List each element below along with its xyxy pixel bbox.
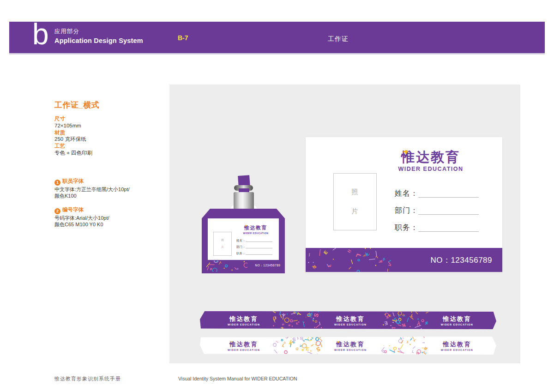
svg-text:O: O [295,347,299,351]
svg-text:≠: ≠ [400,323,408,327]
svg-text:E: E [281,323,284,326]
svg-text:≠: ≠ [311,264,319,270]
spec-value: 72×105mm [54,122,92,129]
font-note-title: 1职员字体 [54,178,130,186]
svg-text:∫: ∫ [275,341,279,344]
font-note: 1职员字体 中文字体:方正兰亭细黑/大小10pt/ 颜色K100 [54,178,130,199]
photo-placeholder-small: 照 片 [213,232,232,256]
badge-number: NO：123456789 [430,255,492,265]
logo-zh: 惟达教育 [443,341,471,348]
svg-text:≠: ≠ [425,320,428,326]
field-row-position: 职务： [236,249,272,256]
logo-en: WIDER EDUCATION [396,166,465,172]
svg-text:L: L [362,253,367,257]
svg-text:k: k [280,326,284,329]
svg-text:L: L [385,311,388,313]
badge-fields-small: 姓名： 部门： 职务： [236,236,272,256]
header-bar: b 应用部分 Application Design System B-7 工作证 [9,22,545,54]
logo-en: WIDER EDUCATION [441,323,473,326]
font-note-line: 颜色K100 [54,193,130,199]
svg-text:O: O [314,320,317,323]
photo-char: 照 [352,188,359,196]
svg-text:L: L [326,264,332,267]
photo-placeholder: 照 片 [333,173,377,230]
brand-logo-strip: 惟达教育 WIDER EDUCATION [441,314,473,326]
svg-text:S: S [307,312,313,317]
field-label: 部门： [236,245,246,249]
svg-text:√: √ [386,261,391,268]
page-code: B-7 [178,34,188,42]
badge-number-bar: k7·∫LE√OL≠kLL=≠~ NO：123456789 [306,248,502,272]
photo-char: 片 [221,245,224,249]
svg-text:L: L [355,253,362,259]
logo-zh-text: 惟达教育 [229,316,258,322]
field-row-name: 姓名： [236,236,272,243]
brand-logo-small: 惟达教育 WIDER EDUCATION [236,223,275,235]
section-letter: b [32,19,49,49]
logo-zh-text: 惟达教育 [401,150,460,164]
note-number-icon: 2 [54,208,60,214]
logo-zh: 惟达教育 [336,341,365,348]
svg-text:∫: ∫ [308,253,310,257]
field-row-department: 部门： [236,243,272,249]
header-title-en: Application Design System [54,37,143,44]
field-label: 姓名： [236,239,246,243]
logo-zh: 惟达教育 [401,150,460,165]
work-badge-card: 惟达教育 WIDER EDUCATION 照 片 姓名： 部门： 职务： k7·… [306,137,502,272]
svg-text:O: O [356,269,361,272]
header-title-zh: 应用部分 [54,28,143,36]
svg-text:≠: ≠ [287,323,291,327]
logo-zh-text: 惟达教育 [336,316,365,322]
spec-title: 工作证_横式 [54,100,99,110]
svg-text:i: i [400,339,405,345]
svg-text:·: · [383,344,386,348]
brand-logo-strip: 惟达教育 WIDER EDUCATION [441,340,473,351]
note-title-text: 职员字体 [62,178,84,184]
field-label: 姓名： [395,189,418,199]
doodle-pattern: O≠kiEL≠LOk√77O≠ [379,311,428,329]
doodle-pattern: k7·∫LE√OL≠kLL=≠~ [306,248,391,272]
brand-logo-strip: 惟达教育 WIDER EDUCATION [228,340,260,351]
font-note: 2编号字体 号码字体:Arial/大小10pt/ 颜色C65 M100 Y0 K… [54,207,130,228]
field-label: 部门： [395,206,418,217]
spec-label: 尺寸 [54,115,92,122]
badge-number-value: 123456789 [451,256,492,265]
logo-en: WIDER EDUCATION [228,349,260,351]
brand-logo-strip: 惟达教育 WIDER EDUCATION [334,314,367,326]
lanyard-strip-purple: 惟达教育 WIDER EDUCATION OEk≠·SkSEiE∫7i 惟达教育… [200,311,496,329]
logo-en: WIDER EDUCATION [228,323,260,326]
svg-text:O: O [421,318,425,324]
svg-text:k: k [281,312,287,317]
svg-text:7: 7 [391,326,397,329]
doodle-pattern: OEk≠·SkSEiE∫7i [272,311,322,329]
brand-logo-strip: 惟达教育 WIDER EDUCATION [228,314,260,326]
svg-text:7: 7 [296,312,302,316]
logo-zh: 惟达教育 [229,341,258,348]
field-underline [246,241,273,242]
photo-char: 片 [352,207,359,216]
font-note-title: 2编号字体 [54,207,130,214]
badge-number-label: NO： [255,264,264,267]
photo-char: 照 [221,238,224,242]
note-number-icon: 1 [54,180,60,186]
field-underline [246,248,273,248]
spec-value: 专色 + 四色印刷 [54,150,92,157]
spec-list: 尺寸 72×105mm 材质 250 克环保纸 工艺 专色 + 四色印刷 [54,115,92,157]
field-row-name: 姓名： [395,182,479,199]
font-note-line: 中文字体:方正兰亭细黑/大小10pt/ [54,187,130,193]
svg-text:=: = [346,248,353,255]
field-underline [246,254,273,255]
header-title-block: 应用部分 Application Design System [54,28,143,44]
logo-zh: 惟达教育 [244,225,267,230]
font-note-line: 号码字体:Arial/大小10pt/ [54,215,130,222]
logo-zh-text: 惟达教育 [443,341,471,348]
field-underline [418,214,479,215]
badge-mockup-card: 惟达教育 WIDER EDUCATION 照 片 姓名： 部门： 职务： [208,218,279,260]
footer-title-en: Visual Identity System Manual for WIDER … [178,376,297,381]
badge-number-label: NO： [430,256,451,265]
vi-manual-page: { "header": { "letter": "b", "title_zh":… [0,0,554,392]
spec-label: 材质 [54,129,92,136]
spec-value: 250 克环保纸 [54,136,92,143]
svg-text:k: k [378,260,383,263]
logo-zh-text: 惟达教育 [336,341,365,348]
